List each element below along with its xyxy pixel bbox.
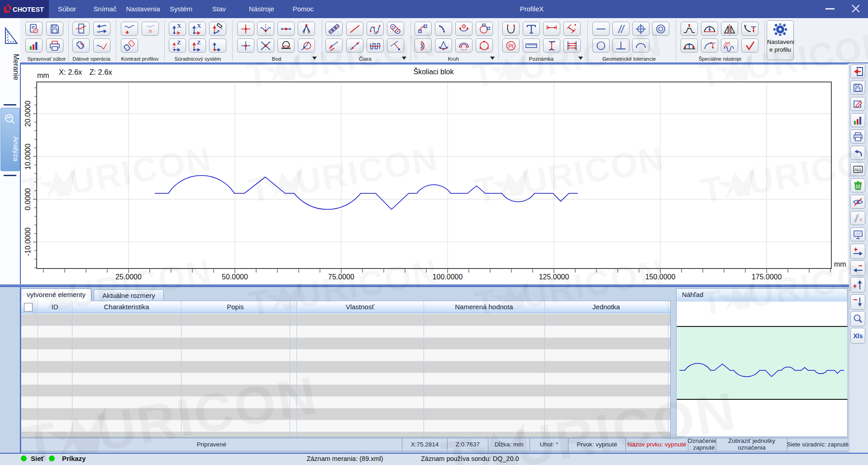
svg-text:a: a: [859, 216, 863, 222]
svg-text:Xls: Xls: [853, 332, 863, 340]
svg-text:ALL: ALL: [854, 167, 862, 172]
